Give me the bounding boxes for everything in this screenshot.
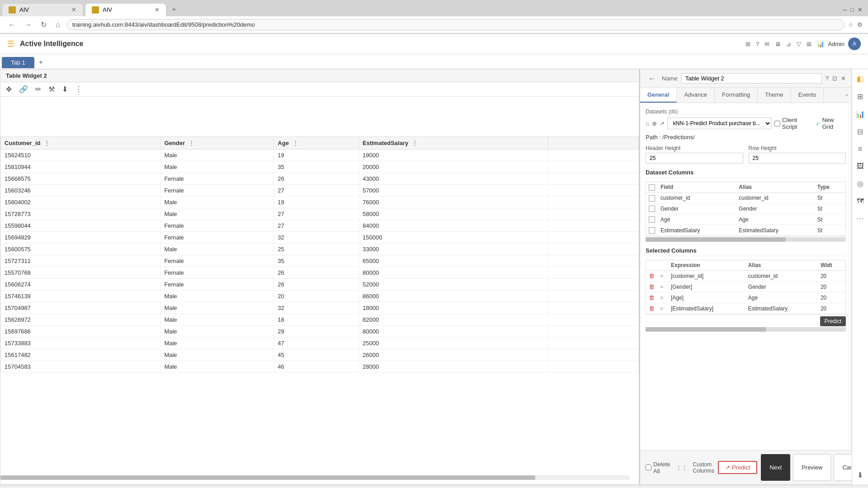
table-cell: Female [160, 185, 274, 197]
delete-row-icon[interactable]: 🗑 [649, 272, 655, 279]
col-checkbox[interactable] [649, 206, 655, 212]
col-drag-icon[interactable]: ⋮ [292, 140, 298, 146]
maximize-button[interactable]: □ [850, 6, 854, 13]
minimize-button[interactable]: ─ [843, 6, 847, 13]
table-cell: 19 [274, 150, 359, 161]
delete-all-checkbox-label: Delete All [646, 461, 670, 474]
table-cell: 15694829 [1, 232, 160, 244]
download-icon[interactable]: ⬇ [60, 84, 70, 94]
delete-row-icon[interactable]: 🗑 [649, 305, 655, 312]
help-icon[interactable]: ? [756, 41, 759, 47]
filter-icon[interactable]: ⊿ [786, 41, 791, 47]
grid-icon[interactable]: ⊞ [807, 41, 811, 47]
selected-scroll-thumb[interactable] [646, 327, 766, 332]
new-tab-button[interactable]: + [166, 3, 181, 16]
home-ds-icon[interactable]: ⌂ [646, 120, 649, 127]
menu-icon[interactable]: ☰ [7, 39, 14, 49]
close-button[interactable]: ✕ [858, 6, 863, 13]
dataset-select[interactable]: kNN-1-Predict Product purchase b... [667, 117, 772, 129]
sidebar-gauge-icon[interactable]: ◎ [855, 178, 865, 190]
table-cell: 15668575 [1, 173, 160, 185]
path-label: Path : [646, 134, 661, 141]
browser-tab-1[interactable]: AIV ✕ [2, 3, 83, 16]
sidebar-panel-icon[interactable]: ◧ [855, 73, 865, 85]
col-checkbox[interactable] [649, 216, 655, 223]
delete-all-checkbox[interactable] [646, 465, 651, 470]
avatar[interactable]: A [848, 38, 861, 50]
table-cell: Male [160, 244, 274, 255]
table-cell: Male [160, 291, 274, 302]
dataset-columns-title: Dataset Columns [646, 169, 846, 178]
table-cell-empty [548, 197, 639, 208]
edit-icon[interactable]: ✏ [33, 84, 43, 94]
sel-alias-cell: customer_id [745, 271, 818, 282]
client-script-checkbox[interactable] [774, 121, 780, 127]
filter2-icon[interactable]: ▽ [797, 41, 801, 47]
dashboard-icon[interactable]: ⊞ [745, 41, 750, 47]
forward-button[interactable]: → [22, 20, 34, 30]
refresh-button[interactable]: ↻ [38, 19, 49, 30]
chart-icon[interactable]: 📊 [817, 41, 824, 47]
tools-icon[interactable]: ⚒ [47, 84, 57, 94]
col-drag-icon[interactable]: ⋮ [412, 140, 418, 146]
more-icon[interactable]: ⋮ [73, 84, 84, 94]
sidebar-more-icon[interactable]: ⋯ [855, 212, 866, 225]
back-button[interactable]: ← [5, 20, 18, 30]
delete-row-icon[interactable]: 🗑 [649, 283, 655, 290]
monitor-icon[interactable]: 🖥 [775, 41, 781, 47]
page-tab-1[interactable]: Tab 1 [2, 57, 34, 68]
col-drag-icon[interactable]: ⋮ [189, 140, 194, 146]
col-row-type: St [815, 214, 845, 225]
sidebar-chart-icon[interactable]: 📊 [854, 108, 867, 120]
tab-theme[interactable]: Theme [758, 88, 791, 103]
config-close-icon[interactable]: ✕ [841, 75, 846, 82]
predict-button[interactable]: ↗ Predict [718, 461, 757, 474]
preview-button[interactable]: Preview [793, 454, 831, 481]
tab-close-2[interactable]: ✕ [155, 6, 160, 13]
config-title-input[interactable] [681, 73, 822, 84]
columns-scroll-thumb[interactable] [646, 237, 786, 242]
col-checkbox[interactable] [649, 195, 655, 202]
config-back-button[interactable]: ← [646, 74, 658, 84]
table-cell-empty [548, 232, 639, 244]
browser-tab-2[interactable]: AIV ✕ [85, 3, 166, 16]
next-button[interactable]: Next [761, 454, 790, 481]
tab-events[interactable]: Events [791, 88, 824, 103]
move-icon[interactable]: ✥ [4, 84, 14, 94]
sidebar-widget-icon[interactable]: ⊞ [855, 90, 865, 103]
table-cell: 15570769 [1, 267, 160, 279]
settings-icon[interactable]: ⚙ [857, 21, 863, 28]
col-drag-icon[interactable]: ⋮ [44, 140, 50, 146]
h-scroll-thumb[interactable] [0, 475, 535, 480]
link-ds-icon[interactable]: ↗ [660, 120, 665, 127]
table-cell-empty [548, 291, 639, 302]
address-input[interactable] [66, 19, 844, 30]
tab-formatting[interactable]: Formatting [715, 88, 758, 103]
sidebar-map-icon[interactable]: 🗺 [855, 195, 866, 207]
tab-arrow-icon[interactable]: › [842, 88, 851, 103]
sidebar-image-icon[interactable]: 🖼 [855, 160, 866, 172]
col-checkbox[interactable] [649, 227, 655, 234]
col-row-type: St [815, 225, 845, 236]
add-tab-button[interactable]: + [34, 56, 47, 69]
config-help-icon[interactable]: ? [826, 75, 829, 82]
mail-icon[interactable]: ✉ [764, 41, 769, 47]
delete-row-icon[interactable]: 🗑 [649, 294, 655, 301]
selected-scrollbar[interactable] [646, 327, 846, 332]
tab-general[interactable]: General [640, 88, 677, 103]
sidebar-filter-icon[interactable]: ≡ [856, 143, 864, 155]
config-detach-icon[interactable]: ⊡ [832, 75, 837, 82]
tab-close-1[interactable]: ✕ [71, 6, 76, 13]
link-icon[interactable]: 🔗 [17, 84, 30, 94]
home-button[interactable]: ⌂ [53, 20, 63, 30]
tab-advance[interactable]: Advance [677, 88, 715, 103]
sidebar-table-icon[interactable]: ⊟ [855, 126, 865, 138]
row-height-input[interactable] [749, 153, 846, 164]
horizontal-scrollbar[interactable] [0, 475, 630, 480]
header-height-input[interactable] [646, 153, 743, 164]
select-all-checkbox[interactable] [649, 184, 655, 191]
sidebar-download-icon[interactable]: ⬇ [855, 469, 865, 481]
columns-scrollbar[interactable] [646, 237, 846, 242]
plus-ds-icon[interactable]: ⊕ [652, 120, 657, 127]
bookmark-icon[interactable]: ☆ [848, 21, 854, 28]
